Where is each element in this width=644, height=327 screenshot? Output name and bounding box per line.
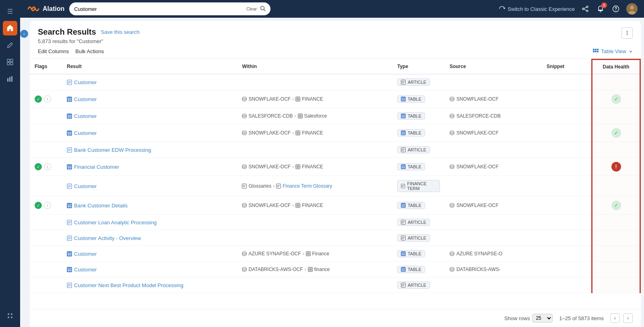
endorsed-flag[interactable]: ✓ xyxy=(35,202,42,209)
notifications-icon[interactable]: 5 xyxy=(596,4,605,14)
snippet-cell xyxy=(542,197,592,215)
result-cell: Financial Customer xyxy=(62,158,237,176)
search-clear-button[interactable]: Clear xyxy=(246,6,257,11)
path-chevron: › xyxy=(273,183,275,189)
health-cell xyxy=(592,246,640,262)
bulk-actions-button[interactable]: Bulk Actions xyxy=(75,48,104,55)
result-link[interactable]: Customer xyxy=(67,130,232,136)
result-link[interactable]: Bank Customer Details xyxy=(67,203,232,209)
source-name: SALESFORCE-CDB xyxy=(456,113,501,119)
svg-rect-97 xyxy=(67,164,72,169)
pagination: ‹ › xyxy=(610,313,633,323)
path-chevron: › xyxy=(305,267,306,272)
table-row: Customer SNOWFLAKE-OCF › FINANCE TABLE S… xyxy=(30,124,640,142)
svg-point-196 xyxy=(450,267,454,269)
switch-classic-button[interactable]: Switch to Classic Experience xyxy=(499,6,575,12)
result-link[interactable]: Customer xyxy=(67,96,232,102)
next-page-button[interactable]: › xyxy=(623,313,633,323)
health-cell: ! xyxy=(592,158,640,176)
within-cell xyxy=(237,74,392,90)
sidebar-edit[interactable] xyxy=(3,38,17,52)
svg-point-14 xyxy=(586,10,588,12)
health-cell xyxy=(592,176,640,197)
search-bar: Customer Clear xyxy=(69,2,270,15)
source-text: AZURE SYNAPSE-O xyxy=(450,251,537,257)
health-cell xyxy=(592,230,640,246)
info-flag[interactable]: i xyxy=(44,202,51,209)
svg-rect-107 xyxy=(298,167,299,168)
sidebar-home[interactable] xyxy=(3,21,17,35)
save-search-link[interactable]: Save this search xyxy=(101,29,140,35)
share-icon[interactable] xyxy=(580,4,590,14)
within-pre: Glossaries xyxy=(248,183,271,189)
search-input[interactable]: Customer xyxy=(74,6,243,12)
svg-rect-79 xyxy=(297,132,298,133)
result-link[interactable]: Customer Next Best Product Model Process… xyxy=(67,282,232,288)
within-cell: SNOWFLAKE-OCF › FINANCE xyxy=(237,158,392,176)
flags-cell xyxy=(30,124,62,142)
type-cell: TABLE xyxy=(392,197,445,215)
info-flag[interactable]: i xyxy=(44,95,51,103)
within-path: AZURE SYNAPSE-OCF › Finance xyxy=(242,251,387,257)
svg-rect-82 xyxy=(298,133,299,135)
rows-per-page-select[interactable]: 25 50 100 xyxy=(532,314,553,323)
svg-point-88 xyxy=(450,131,454,132)
logo-text: Alation xyxy=(43,5,64,12)
source-cell xyxy=(445,176,542,197)
result-link[interactable]: Customer Activity - Overview xyxy=(67,235,232,241)
result-link[interactable]: Customer xyxy=(67,267,232,273)
within-db: AZURE SYNAPSE-OCF xyxy=(248,251,301,257)
within-cell: SNOWFLAKE-OCF › FINANCE xyxy=(237,124,392,142)
avatar[interactable] xyxy=(626,3,638,14)
result-link[interactable]: Customer xyxy=(67,79,232,85)
sidebar-catalog[interactable] xyxy=(3,55,17,69)
result-link[interactable]: Bank Customer EDW Processing xyxy=(67,147,232,153)
result-link[interactable]: Customer Loan Analytic Processing xyxy=(67,219,232,226)
more-options-button[interactable] xyxy=(621,27,633,39)
endorsed-flag[interactable]: ✓ xyxy=(35,95,42,103)
svg-point-10 xyxy=(11,317,12,318)
svg-rect-2 xyxy=(7,62,10,65)
search-icon[interactable] xyxy=(260,6,266,12)
svg-rect-26 xyxy=(597,51,599,52)
result-cell: Customer xyxy=(62,74,237,90)
path-chevron: › xyxy=(292,96,294,102)
result-link[interactable]: Customer xyxy=(67,251,232,257)
result-link[interactable]: Financial Customer xyxy=(67,164,232,170)
type-cell: ARTICLE xyxy=(392,230,445,246)
view-label: Table View xyxy=(601,48,626,54)
col-result: Result xyxy=(62,60,237,75)
svg-rect-47 xyxy=(297,99,298,101)
svg-point-71 xyxy=(450,114,454,116)
svg-point-29 xyxy=(627,34,627,35)
sidebar-apps[interactable] xyxy=(3,308,17,323)
type-cell: TABLE xyxy=(392,262,445,277)
help-icon[interactable] xyxy=(611,4,621,14)
svg-rect-180 xyxy=(67,267,72,272)
snippet-cell xyxy=(542,277,592,293)
health-check-icon: ✓ xyxy=(611,128,621,138)
within-cell: SALESFORCE-CDB › Salesforce xyxy=(237,108,392,124)
svg-rect-0 xyxy=(7,59,10,62)
prev-page-button[interactable]: ‹ xyxy=(610,313,620,323)
flags-cell xyxy=(30,230,62,246)
col-flags: Flags xyxy=(30,60,62,75)
table-row: Customer AZURE SYNAPSE-OCF › Finance TAB… xyxy=(30,246,640,262)
svg-rect-190 xyxy=(310,270,312,271)
type-badge: TABLE xyxy=(397,202,425,209)
sidebar-reports[interactable] xyxy=(3,72,17,86)
result-link[interactable]: Customer xyxy=(67,113,232,119)
view-toggle[interactable]: Table View xyxy=(593,48,633,54)
collapse-arrow-button[interactable]: ‹ xyxy=(20,30,28,38)
sidebar-menu[interactable]: ☰ xyxy=(3,4,17,19)
info-flag[interactable]: i xyxy=(44,163,51,170)
svg-rect-139 xyxy=(297,206,298,207)
health-cell xyxy=(592,262,640,277)
within-schema: FINANCE xyxy=(302,203,323,208)
result-cell: Customer xyxy=(62,108,237,124)
endorsed-flag[interactable]: ✓ xyxy=(35,163,42,170)
result-link[interactable]: Customer xyxy=(67,183,232,189)
edit-columns-button[interactable]: Edit Columns xyxy=(38,48,69,55)
svg-rect-163 xyxy=(67,251,72,256)
result-cell: Customer xyxy=(62,124,237,142)
